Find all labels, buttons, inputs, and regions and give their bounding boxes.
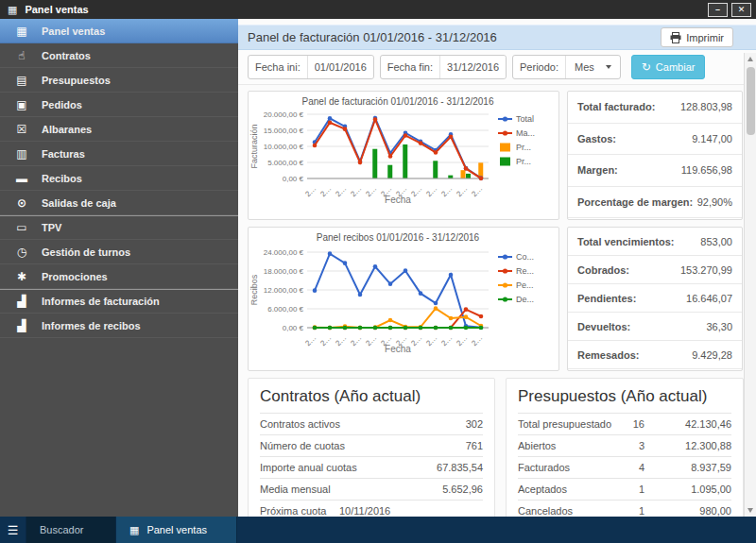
scroll-up-button[interactable] [745, 53, 756, 65]
row-label: Cancelados [518, 505, 616, 517]
presupuestos-row: Abiertos312.300,88 [518, 434, 731, 456]
main-content: Panel de facturación 01/01/2016 - 31/12/… [238, 19, 756, 517]
grid-icon: ▦ [8, 4, 17, 16]
stat-value: 119.656,98 [681, 164, 732, 176]
periodo-select[interactable]: Mes [565, 56, 620, 78]
sidebar-item-contratos[interactable]: ☝Contratos [0, 43, 238, 68]
stat-label: Total facturado: [577, 101, 655, 112]
taskbar-menu-button[interactable]: ☰ [0, 517, 26, 543]
svg-text:Recibos: Recibos [249, 274, 259, 305]
bar-chart-icon: ▟ [14, 319, 29, 332]
stat-row: Remesados:9.429,28 [568, 341, 742, 369]
stat-row: Total facturado:128.803,98 [568, 92, 742, 124]
stat-label: Gastos: [577, 133, 616, 144]
sidebar-item-label: Salidas de caja [42, 197, 116, 209]
svg-text:0,00 €: 0,00 € [283, 324, 304, 332]
sidebar-item-promociones[interactable]: ✱Promociones [0, 264, 238, 289]
fecha-fin-input[interactable] [439, 56, 506, 78]
row-label: Facturados [518, 462, 616, 473]
sidebar-item-albaranes[interactable]: ☒Albaranes [0, 117, 238, 142]
svg-text:2…: 2… [349, 333, 363, 348]
svg-text:Ma...: Ma... [516, 128, 535, 138]
svg-text:Facturación: Facturación [249, 124, 259, 168]
presupuestos-title: Presupuestos (Año actual) [518, 384, 731, 413]
sidebar-item-label: Informes de recibos [42, 320, 141, 331]
row-count: 1 [616, 484, 644, 495]
svg-text:18.000,00 €: 18.000,00 € [264, 267, 304, 276]
stat-value: 92,90% [697, 196, 732, 208]
filter-toolbar: Fecha ini: Fecha fin: Periodo: Mes ↻ Cam… [238, 50, 745, 85]
taskbar-tab-panel-ventas[interactable]: ▦Panel ventas [116, 517, 237, 543]
stat-label: Porcentage de margen: [577, 196, 693, 208]
stat-value: 16.646,07 [686, 293, 732, 304]
scroll-down-button[interactable] [745, 504, 756, 517]
presupuestos-card: Presupuestos (Año actual) Total presupue… [506, 378, 744, 517]
svg-text:2…: 2… [424, 333, 438, 348]
svg-text:2…: 2… [470, 333, 484, 348]
recibos-chart: Panel recibos 01/01/2016 - 31/12/20160,0… [249, 229, 558, 370]
facturacion-stats-panel: Total facturado:128.803,98Gastos:9.147,0… [567, 91, 743, 220]
svg-text:De...: De... [516, 295, 534, 304]
scrollbar-thumb[interactable] [747, 67, 755, 135]
svg-text:2…: 2… [318, 333, 333, 348]
print-button[interactable]: Imprimir [661, 27, 733, 47]
row-count: 3 [616, 440, 644, 451]
row-count: 16 [616, 418, 644, 430]
minimize-button[interactable]: – [708, 3, 728, 17]
stat-row: Cobrados:153.270,99 [568, 256, 742, 284]
stat-row: Total vencimientos:853,00 [568, 228, 742, 256]
stat-value: 36,30 [706, 321, 732, 332]
row-label: Media mensual [260, 484, 442, 495]
sidebar-item-label: TPV [42, 222, 61, 233]
row-amount: 12.300,88 [660, 440, 731, 451]
sidebar-item-tpv[interactable]: ▭TPV [0, 215, 238, 240]
briefcase-icon: ▬ [14, 172, 29, 185]
svg-text:2…: 2… [455, 184, 469, 198]
svg-text:Pe...: Pe... [516, 280, 534, 290]
svg-text:Co...: Co... [516, 252, 534, 262]
stat-label: Remesados: [577, 349, 639, 361]
refresh-icon: ↻ [642, 61, 651, 73]
svg-text:2…: 2… [334, 333, 348, 348]
fecha-ini-input[interactable] [307, 56, 373, 78]
svg-text:6.000,00 €: 6.000,00 € [267, 305, 303, 314]
sidebar-item-panel-ventas[interactable]: ▦Panel ventas [0, 19, 238, 43]
sidebar-item-presupuestos[interactable]: ▤Presupuestos [0, 68, 238, 93]
sidebar-item-label: Facturas [42, 148, 85, 160]
sidebar-item-informes-de-facturacion[interactable]: ▟Informes de facturación [0, 289, 238, 314]
sidebar-item-informes-de-recibos[interactable]: ▟Informes de recibos [0, 314, 238, 338]
svg-text:2…: 2… [318, 184, 333, 198]
stat-value: 128.803,98 [680, 101, 732, 112]
cambiar-button[interactable]: ↻ Cambiar [631, 55, 706, 79]
close-button[interactable]: ✕ [731, 3, 751, 17]
stat-label: Devueltos: [577, 321, 630, 332]
stat-row: Gastos:9.147,00 [568, 124, 742, 156]
taskbar: ☰ Buscador▦Panel ventas [0, 517, 756, 543]
sidebar-item-facturas[interactable]: ▥Facturas [0, 142, 238, 166]
stat-value: 9.429,28 [692, 349, 732, 361]
invoice-icon: ▥ [14, 147, 29, 161]
taskbar-tab-buscador[interactable]: Buscador [26, 517, 116, 543]
row-count: 1 [616, 505, 644, 517]
sidebar-item-pedidos[interactable]: ▣Pedidos [0, 93, 238, 117]
sidebar-item-label: Promociones [42, 271, 108, 282]
contratos-row: Contratos activos302 [260, 413, 483, 434]
presupuestos-row: Facturados48.937,59 [518, 456, 731, 478]
chevron-down-icon [606, 65, 611, 69]
svg-text:2…: 2… [334, 184, 348, 198]
vertical-scrollbar[interactable] [744, 53, 756, 517]
contratos-card: Contratos (Año actual) Contratos activos… [248, 378, 495, 517]
sidebar-item-salidas-de-caja[interactable]: ⊙Salidas de caja [0, 191, 238, 215]
recibos-chart-panel: Panel recibos 01/01/2016 - 31/12/20160,0… [248, 227, 559, 371]
svg-text:2…: 2… [424, 184, 438, 198]
row-amount: 1.095,00 [660, 484, 731, 495]
sidebar-item-label: Contratos [42, 50, 91, 61]
svg-text:Panel de facturación 01/01/201: Panel de facturación 01/01/2016 - 31/12/… [302, 96, 494, 107]
stat-value: 9.147,00 [692, 133, 732, 144]
sidebar-item-gestion-de-turnos[interactable]: ◷Gestión de turnos [0, 240, 238, 264]
sidebar-item-label: Recibos [42, 173, 82, 184]
sidebar-item-recibos[interactable]: ▬Recibos [0, 166, 238, 191]
row-label: Contratos activos [260, 418, 466, 430]
presupuestos-row: Total presupuestado1642.130,46 [518, 413, 731, 434]
asterisk-icon: ✱ [14, 270, 29, 283]
